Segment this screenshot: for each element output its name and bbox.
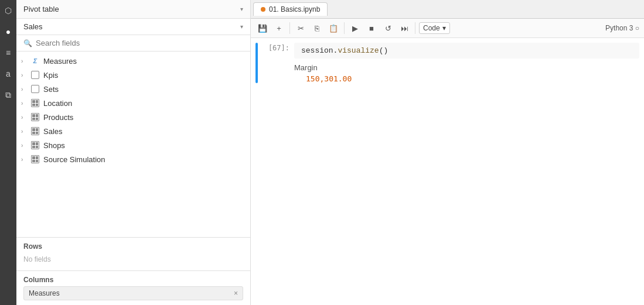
- code-selector[interactable]: Code ▾: [419, 22, 450, 34]
- cell-content: [67]: session.visualize() Margin 150,301…: [260, 43, 639, 83]
- source-simulation-chevron: ›: [21, 156, 28, 163]
- pivot-header-arrow: ▾: [240, 6, 243, 12]
- toolbar-separator-2: [344, 22, 345, 34]
- location-chevron: ›: [21, 100, 28, 107]
- cut-button[interactable]: ✂: [294, 21, 308, 35]
- output-label: Margin: [294, 63, 639, 72]
- source-simulation-icon: [30, 155, 40, 164]
- cell-code[interactable]: session.visualize(): [294, 43, 639, 59]
- rows-no-fields: No fields: [23, 253, 243, 266]
- cell-prompt: [67]:: [260, 43, 289, 52]
- a-icon[interactable]: a: [2, 68, 14, 80]
- shops-label: Shops: [43, 141, 65, 150]
- rows-label: Rows: [23, 242, 243, 251]
- measures-icon: Σ: [30, 56, 40, 66]
- code-label: Code: [423, 24, 440, 32]
- restart-button[interactable]: ↺: [381, 21, 395, 35]
- toolbar-separator-3: [415, 22, 415, 34]
- kpis-icon: [30, 70, 40, 80]
- measures-chevron: ›: [21, 58, 28, 64]
- column-chip-remove[interactable]: ×: [234, 289, 238, 297]
- pivot-title: Pivot table: [23, 5, 59, 13]
- copy-button[interactable]: ⎘: [310, 21, 324, 35]
- column-chip-label: Measures: [29, 289, 60, 297]
- measures-label: Measures: [43, 57, 77, 66]
- sales-selector[interactable]: Sales ▾: [16, 19, 250, 35]
- cell-input: [67]: session.visualize(): [260, 43, 639, 59]
- fields-list: › Σ Measures › Kpis › Sets ›: [16, 52, 250, 237]
- field-item-measures[interactable]: › Σ Measures: [16, 54, 250, 68]
- columns-section: Columns Measures ×: [16, 271, 250, 305]
- sales-field-icon: [30, 126, 40, 136]
- sets-icon: [30, 84, 40, 94]
- cell-output: Margin 150,301.00: [294, 63, 639, 83]
- jupyter-panel: 01. Basics.ipynb 💾 + ✂ ⎘ 📋 ▶ ■ ↺ ⏭ Code …: [251, 0, 644, 305]
- output-value: 150,301.00: [294, 74, 639, 83]
- sales-label: Sales: [23, 22, 43, 31]
- code-parens: (): [379, 46, 389, 55]
- rows-section: Rows No fields: [16, 238, 250, 271]
- shops-chevron: ›: [21, 142, 28, 149]
- pivot-bottom: Rows No fields Columns Measures ×: [16, 237, 250, 305]
- sales-field-label: Sales: [43, 127, 63, 136]
- code-session: session.: [301, 46, 338, 55]
- shops-icon: [30, 140, 40, 150]
- columns-label: Columns: [23, 276, 243, 284]
- code-visualize: visualize: [338, 46, 379, 55]
- paste-button[interactable]: 📋: [326, 21, 340, 35]
- puzzle-icon[interactable]: ⧉: [2, 89, 14, 101]
- pivot-panel: Pivot table ▾ Sales ▾ 🔍 › Σ Measures › K…: [16, 0, 251, 305]
- cell-indicator: [255, 43, 258, 83]
- notebook-content: [67]: session.visualize() Margin 150,301…: [251, 38, 644, 305]
- field-item-location[interactable]: › Location: [16, 96, 250, 110]
- list-icon[interactable]: ≡: [2, 47, 14, 59]
- code-arrow: ▾: [442, 24, 446, 32]
- toolbar-separator-1: [289, 22, 290, 34]
- sales-field-chevron: ›: [21, 128, 28, 135]
- run-button[interactable]: ▶: [348, 21, 362, 35]
- field-item-kpis[interactable]: › Kpis: [16, 68, 250, 82]
- add-cell-button[interactable]: +: [272, 21, 286, 35]
- search-bar: 🔍: [16, 35, 250, 52]
- field-item-shops[interactable]: › Shops: [16, 138, 250, 152]
- sales-arrow: ▾: [240, 23, 243, 30]
- products-chevron: ›: [21, 114, 28, 121]
- stop-button[interactable]: ■: [364, 21, 379, 35]
- column-chip-measures[interactable]: Measures ×: [23, 286, 243, 300]
- kernel-label: Python 3 ○: [605, 24, 639, 32]
- jupyter-tabs: 01. Basics.ipynb: [251, 0, 644, 19]
- tab-dot: [261, 7, 265, 12]
- cell-67: [67]: session.visualize() Margin 150,301…: [251, 43, 644, 83]
- sets-label: Sets: [43, 85, 59, 94]
- field-item-sales[interactable]: › Sales: [16, 124, 250, 138]
- products-label: Products: [43, 113, 73, 122]
- sidebar-icons: ⬡ ● ≡ a ⧉: [0, 0, 16, 305]
- jupyter-tab-basics[interactable]: 01. Basics.ipynb: [253, 2, 328, 16]
- pivot-header[interactable]: Pivot table ▾: [16, 0, 250, 19]
- kpis-chevron: ›: [21, 72, 28, 78]
- search-input[interactable]: [36, 39, 243, 47]
- location-label: Location: [43, 99, 72, 108]
- database-icon[interactable]: ⬡: [2, 5, 14, 16]
- fast-forward-button[interactable]: ⏭: [397, 21, 411, 35]
- products-icon: [30, 112, 40, 122]
- field-item-sets[interactable]: › Sets: [16, 82, 250, 96]
- save-button[interactable]: 💾: [255, 21, 270, 35]
- jupyter-toolbar: 💾 + ✂ ⎘ 📋 ▶ ■ ↺ ⏭ Code ▾ Python 3 ○: [251, 19, 644, 38]
- source-simulation-label: Source Simulation: [43, 155, 105, 164]
- search-icon: 🔍: [23, 39, 32, 47]
- field-item-products[interactable]: › Products: [16, 110, 250, 124]
- location-icon: [30, 98, 40, 108]
- kpis-label: Kpis: [43, 71, 58, 80]
- field-item-source-simulation[interactable]: › Source Simulation: [16, 152, 250, 166]
- sets-chevron: ›: [21, 86, 28, 92]
- tab-label: 01. Basics.ipynb: [269, 5, 320, 13]
- circle-icon[interactable]: ●: [2, 26, 14, 37]
